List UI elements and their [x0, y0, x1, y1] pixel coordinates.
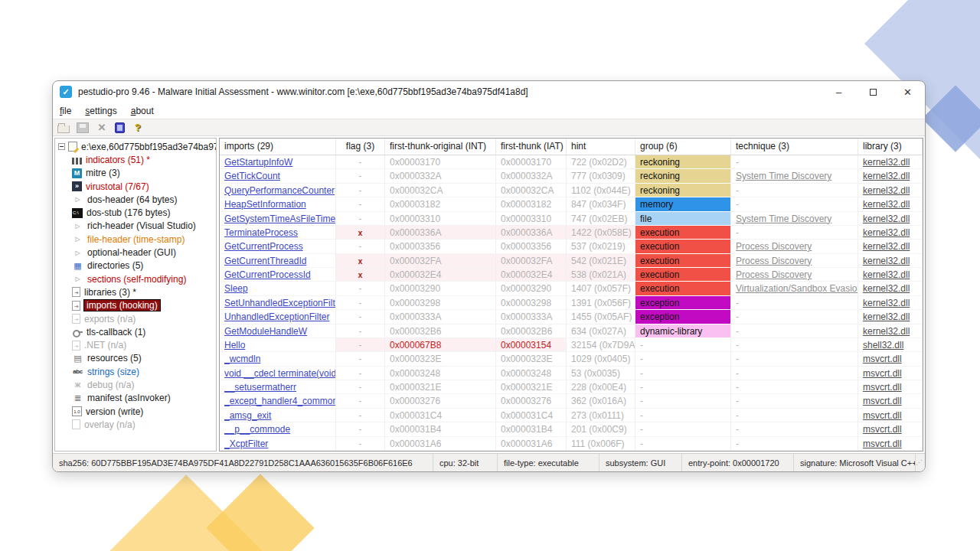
resources-icon: ▤	[72, 354, 83, 364]
flag-cell: -	[336, 422, 385, 436]
technique-cell-text[interactable]: Virtualization/Sandbox Evasion	[736, 283, 858, 294]
sidebar-item-strings[interactable]: abcstrings (size)	[58, 365, 216, 378]
library-link-text[interactable]: msvcrt.dll	[863, 410, 902, 421]
import-name-link-text[interactable]: GetCurrentThreadId	[224, 256, 306, 266]
sidebar-item-version[interactable]: 1.0version (write)	[58, 405, 216, 418]
sidebar-item-imports[interactable]: imports (hooking)	[58, 299, 216, 312]
library-link-text[interactable]: kernel32.dll	[863, 283, 910, 294]
import-name-link-text[interactable]: __p__commode	[224, 424, 290, 435]
library-link-text[interactable]: kernel32.dll	[863, 256, 910, 266]
menu-about[interactable]: about	[131, 106, 154, 116]
save-icon[interactable]	[77, 122, 89, 133]
sidebar-item-rich-header[interactable]: ▷rich-header (Visual Studio)	[58, 220, 216, 233]
sidebar-item-debug[interactable]: жdebug (n/a)	[58, 378, 216, 391]
sidebar-item-libraries[interactable]: libraries (3) *	[58, 285, 216, 298]
column-header-2[interactable]: first-thunk-original (INT)	[385, 139, 496, 155]
minimize-button[interactable]: –	[822, 81, 856, 103]
iat-value-text: 0x000032FA	[501, 256, 552, 266]
close-button[interactable]: ✕	[890, 81, 925, 103]
import-name-link-text[interactable]: Sleep	[224, 283, 248, 294]
column-header-4[interactable]: hint	[567, 139, 635, 155]
import-name-link: Hello	[220, 338, 336, 352]
maximize-button[interactable]	[856, 81, 890, 103]
column-header-1[interactable]: flag (3)	[336, 139, 385, 155]
library-link-text[interactable]: kernel32.dll	[863, 326, 910, 337]
column-header-0[interactable]: imports (29)	[220, 139, 336, 155]
library-link-text[interactable]: msvcrt.dll	[863, 396, 902, 406]
library-link-text[interactable]: kernel32.dll	[863, 171, 910, 181]
import-name-link-text[interactable]: GetStartupInfoW	[224, 157, 292, 168]
sidebar-item-optional-header[interactable]: ▷optional-header (GUI)	[58, 246, 216, 259]
import-name-link-text[interactable]: UnhandledExceptionFilter	[224, 311, 329, 322]
import-name-link-text[interactable]: _except_handler4_common	[224, 396, 336, 406]
import-name-link-text[interactable]: GetTickCount	[224, 171, 280, 181]
sidebar-item-indicators[interactable]: indicators (51) *	[58, 153, 216, 166]
import-name-link-text[interactable]: GetSystemTimeAsFileTime	[224, 214, 335, 224]
sidebar-item-overlay[interactable]: overlay (n/a)	[58, 418, 216, 431]
close-file-icon[interactable]: ✕	[96, 122, 108, 133]
library-link-text[interactable]: msvcrt.dll	[863, 354, 902, 364]
import-name-link-text[interactable]: void __cdecl terminate(void)	[224, 368, 336, 379]
tree-item-label: sections (self-modifying)	[87, 274, 186, 285]
sidebar-item-virustotal[interactable]: »virustotal (7/67)	[58, 180, 216, 193]
library-link-text[interactable]: msvcrt.dll	[863, 382, 902, 393]
sidebar-item-mitre[interactable]: Mmitre (3)	[58, 167, 216, 180]
sidebar-item-file-header[interactable]: ▷file-header (time-stamp)	[58, 233, 216, 246]
import-name-link-text[interactable]: _XcptFilter	[224, 439, 268, 449]
library-link-text[interactable]: msvcrt.dll	[863, 439, 902, 449]
library-link-text[interactable]: kernel32.dll	[863, 214, 910, 224]
main-content: e:\exe,60d775bbf195ad3e74ba97indicators …	[53, 136, 925, 453]
technique-cell-text[interactable]: System Time Discovery	[736, 214, 831, 224]
help-icon[interactable]: ?	[132, 122, 144, 133]
resize-grip[interactable]: ⋰	[916, 454, 925, 471]
library-link-text[interactable]: kernel32.dll	[863, 185, 910, 196]
import-name-link-text[interactable]: GetModuleHandleW	[224, 326, 307, 337]
library-link-text[interactable]: kernel32.dll	[863, 227, 910, 238]
column-header-5[interactable]: group (6)	[635, 139, 731, 155]
import-name-link-text[interactable]: _wcmdln	[224, 354, 260, 364]
import-name-link: TerminateProcess	[220, 226, 336, 240]
tree-collapse-icon[interactable]	[58, 143, 65, 150]
sidebar-item-exports[interactable]: exports (n/a)	[58, 312, 216, 325]
technique-cell-text[interactable]: Process Discovery	[736, 269, 812, 280]
library-link-text[interactable]: kernel32.dll	[863, 157, 910, 168]
import-name-link-text[interactable]: _amsg_exit	[224, 410, 271, 421]
import-name-link-text[interactable]: SetUnhandledExceptionFilter	[224, 298, 336, 308]
technique-cell-text[interactable]: System Time Discovery	[736, 171, 831, 181]
column-header-7[interactable]: library (3)	[858, 139, 923, 155]
menu-settings[interactable]: settings	[85, 106, 116, 116]
clipboard-icon[interactable]	[115, 122, 125, 133]
sidebar-item-tls-callback[interactable]: tls-callback (1)	[58, 325, 216, 338]
sidebar-item-sections[interactable]: ▷sections (self-modifying)	[58, 272, 216, 285]
import-name-link-text[interactable]: GetCurrentProcess	[224, 241, 303, 252]
import-name-link-text[interactable]: QueryPerformanceCounter	[224, 185, 335, 196]
import-name-link-text[interactable]: HeapSetInformation	[224, 199, 306, 210]
technique-cell-text[interactable]: Process Discovery	[736, 256, 812, 266]
menu-file[interactable]: file	[60, 106, 71, 116]
iat-value: 0x00003310	[496, 212, 567, 226]
library-link-text[interactable]: kernel32.dll	[863, 298, 910, 308]
import-name-link-text[interactable]: TerminateProcess	[224, 227, 298, 238]
sidebar-item-.NET[interactable]: .NET (n/a)	[58, 338, 216, 351]
tree-root-item[interactable]: e:\exe,60d775bbf195ad3e74ba97	[58, 140, 216, 153]
open-file-icon[interactable]	[57, 126, 70, 133]
library-link-text[interactable]: shell32.dll	[863, 340, 903, 350]
technique-cell-text[interactable]: Process Discovery	[736, 241, 812, 252]
sidebar-item-dos-stub[interactable]: C:\dos-stub (176 bytes)	[58, 206, 216, 219]
import-name-link-text[interactable]: __setusermatherr	[224, 382, 296, 393]
hint-value: 273 (0x0111)	[567, 409, 635, 422]
library-link-text[interactable]: kernel32.dll	[863, 241, 910, 252]
column-header-3[interactable]: first-thunk (IAT)	[496, 139, 567, 155]
column-header-6[interactable]: technique (3)	[731, 139, 858, 155]
sidebar-item-dos-header[interactable]: ▷dos-header (64 bytes)	[58, 193, 216, 206]
library-link-text[interactable]: kernel32.dll	[863, 269, 910, 280]
sidebar-item-manifest[interactable]: ≣manifest (asInvoker)	[58, 392, 216, 405]
library-link-text[interactable]: msvcrt.dll	[863, 424, 902, 435]
sidebar-item-resources[interactable]: ▤resources (5)	[58, 352, 216, 365]
library-link-text[interactable]: kernel32.dll	[863, 311, 910, 322]
library-link-text[interactable]: kernel32.dll	[863, 199, 910, 210]
sidebar-item-directories[interactable]: ▦directories (5)	[58, 259, 216, 272]
import-name-link-text[interactable]: GetCurrentProcessId	[224, 269, 311, 280]
library-link-text[interactable]: msvcrt.dll	[863, 368, 902, 379]
import-name-link-text[interactable]: Hello	[224, 340, 245, 350]
